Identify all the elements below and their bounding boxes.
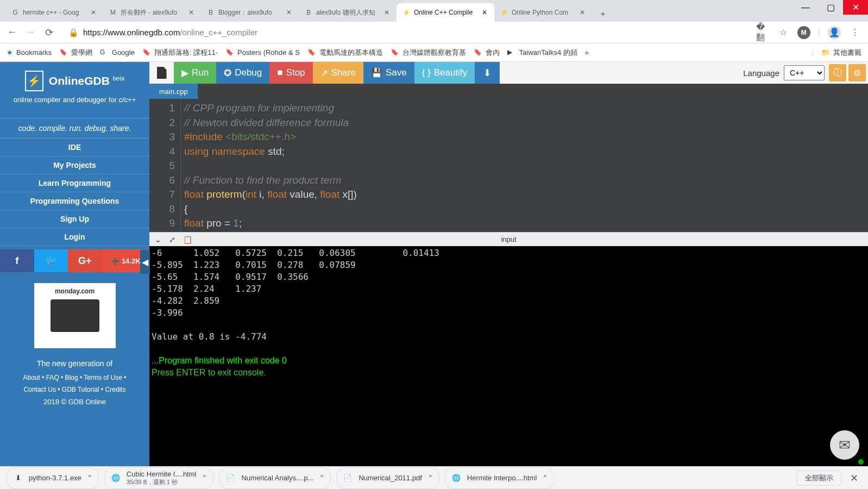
browser-tab[interactable]: BBlogger：alex9ufo✕ bbox=[201, 3, 299, 22]
footer-link[interactable]: GDB Tutorial bbox=[62, 386, 99, 393]
sidebar-item-my-projects[interactable]: My Projects bbox=[0, 156, 149, 174]
browser-tab[interactable]: ⚡Online Python Com✕ bbox=[494, 3, 592, 22]
beautify-button[interactable]: { } Beautify bbox=[414, 62, 475, 84]
tab-close-icon[interactable]: ✕ bbox=[480, 8, 489, 17]
language-select[interactable]: C++ bbox=[784, 65, 825, 80]
lock-icon: 🔒 bbox=[68, 28, 79, 37]
share-button[interactable]: ↗ Share bbox=[313, 62, 363, 84]
download-file-icon: 📄 bbox=[342, 473, 353, 484]
tab-close-icon[interactable]: ✕ bbox=[285, 8, 293, 17]
new-file-button[interactable] bbox=[149, 62, 174, 84]
new-tab-button[interactable]: + bbox=[595, 7, 611, 22]
bookmark-star-icon[interactable]: ☆ bbox=[777, 26, 790, 39]
profile-avatar[interactable]: 👤 bbox=[828, 26, 841, 39]
logo[interactable]: ⚡ OnlineGDB beta bbox=[25, 71, 124, 91]
bookmark-item[interactable]: 🔖翔通部落格: 課程11- bbox=[142, 48, 218, 58]
save-button[interactable]: 💾 Save bbox=[363, 62, 414, 84]
maximize-button[interactable]: ▢ bbox=[818, 0, 843, 15]
tab-close-icon[interactable]: ✕ bbox=[382, 8, 391, 17]
bookmarks-label[interactable]: ★Bookmarks bbox=[7, 48, 52, 57]
tab-title: hermite c++ - Goog bbox=[23, 9, 86, 16]
bookmark-icon: ▶ bbox=[507, 48, 516, 57]
collapse-sidebar-button[interactable]: ◀ bbox=[140, 250, 150, 274]
download-item[interactable]: 📄Numerical_2011.pdf⌃ bbox=[336, 467, 439, 489]
bookmark-item[interactable]: 🔖會內 bbox=[474, 48, 500, 58]
footer-link[interactable]: Contact Us bbox=[24, 386, 56, 393]
download-chevron-icon[interactable]: ⌃ bbox=[87, 474, 93, 482]
footer-link[interactable]: FAQ bbox=[46, 374, 59, 381]
expand-console-icon[interactable]: ⤢ bbox=[169, 235, 175, 244]
download-chevron-icon[interactable]: ⌃ bbox=[427, 474, 433, 482]
twitter-button[interactable]: 🐦 bbox=[34, 249, 68, 272]
sidebar-item-login[interactable]: Login bbox=[0, 228, 149, 246]
browser-tab[interactable]: ⚡Online C++ Compile✕ bbox=[397, 3, 494, 22]
copy-console-icon[interactable]: 📋 bbox=[183, 235, 192, 244]
bookmark-item[interactable]: GGoogle bbox=[100, 48, 135, 58]
close-window-button[interactable]: ✕ bbox=[843, 0, 868, 15]
sidebar-item-programming-questions[interactable]: Programming Questions bbox=[0, 192, 149, 210]
tab-favicon-icon: ⚡ bbox=[402, 8, 411, 17]
settings-button[interactable]: ⚙ bbox=[848, 64, 866, 82]
bookmark-item[interactable]: 🔖電動馬達的基本構造 bbox=[307, 48, 383, 58]
download-file-icon: 🌐 bbox=[110, 473, 121, 484]
download-chevron-icon[interactable]: ⌃ bbox=[202, 474, 207, 482]
tab-close-icon[interactable]: ✕ bbox=[578, 8, 587, 17]
download-file-icon: 🌐 bbox=[451, 473, 462, 484]
social-row: f 🐦 G+ ➕ 14.2K bbox=[0, 249, 149, 272]
url-input[interactable]: 🔒 https://www.onlinegdb.com/online_c++_c… bbox=[62, 24, 749, 41]
download-item[interactable]: 🌐Hermite Interpo....html⌃ bbox=[445, 467, 555, 489]
footer-link[interactable]: Credits bbox=[105, 386, 125, 393]
sidebar-item-learn-programming[interactable]: Learn Programming bbox=[0, 174, 149, 192]
back-button[interactable]: ← bbox=[7, 27, 17, 38]
bookmarks-overflow[interactable]: » bbox=[585, 48, 589, 57]
info-button[interactable]: ⓘ bbox=[829, 64, 846, 82]
tab-favicon-icon: B bbox=[206, 8, 215, 17]
download-item[interactable]: 📄Numerical Analys....p...⌃ bbox=[219, 467, 331, 489]
download-chevron-icon[interactable]: ⌃ bbox=[542, 474, 548, 482]
bookmarks-bar: ★Bookmarks 🔖愛學網GGoogle🔖翔通部落格: 課程11-🔖Post… bbox=[0, 43, 868, 62]
reload-button[interactable]: ⟳ bbox=[43, 27, 54, 39]
ad-banner[interactable]: monday.com bbox=[34, 283, 116, 348]
browser-tab[interactable]: Ghermite c++ - Goog✕ bbox=[5, 3, 103, 22]
collapse-console-icon[interactable]: ⌄ bbox=[155, 235, 161, 244]
download-item[interactable]: 🌐Cubic Hermite I....html35/39 B，還剩 1 秒⌃ bbox=[104, 467, 214, 489]
chat-button[interactable]: ✉ bbox=[830, 430, 859, 460]
footer-link[interactable]: Terms of Use bbox=[84, 374, 122, 381]
tagline: code. compile. run. debug. share. bbox=[0, 118, 149, 139]
stop-button[interactable]: ■ Stop bbox=[269, 62, 312, 84]
other-bookmarks[interactable]: 📁其他書籤 bbox=[821, 48, 861, 58]
extension-icon[interactable]: M bbox=[797, 26, 810, 39]
forward-button[interactable]: → bbox=[25, 27, 36, 38]
footer-link[interactable]: About bbox=[23, 374, 40, 381]
footer-link[interactable]: Blog bbox=[65, 374, 78, 381]
download-item[interactable]: ⬇python-3.7.1.exe⌃ bbox=[7, 467, 99, 489]
bookmark-icon: 🔖 bbox=[142, 48, 151, 57]
show-all-downloads-button[interactable]: 全部顯示 bbox=[797, 471, 841, 486]
menu-icon[interactable]: ⋮ bbox=[848, 26, 861, 39]
google-plus-button[interactable]: G+ bbox=[68, 249, 102, 272]
subtitle: online compiler and debugger for c/c++ bbox=[4, 96, 145, 104]
browser-tab[interactable]: Balex9ufo 聰明人求知✕ bbox=[299, 3, 397, 22]
tab-close-icon[interactable]: ✕ bbox=[89, 8, 98, 17]
sidebar-item-sign-up[interactable]: Sign Up bbox=[0, 210, 149, 228]
browser-tab[interactable]: M所有郵件 - alex9ufo✕ bbox=[103, 3, 201, 22]
bookmark-item[interactable]: 🔖愛學網 bbox=[59, 48, 92, 58]
minimize-button[interactable]: — bbox=[793, 0, 818, 15]
bookmark-item[interactable]: 🔖台灣媒體觀察教育基 bbox=[391, 48, 466, 58]
run-button[interactable]: ▶ Run bbox=[174, 62, 216, 84]
code-editor[interactable]: 123456789 // CPP program for implementin… bbox=[149, 99, 868, 232]
tab-close-icon[interactable]: ✕ bbox=[187, 8, 196, 17]
console-output[interactable]: -6 1.052 0.5725 0.215 0.06305 0.01413 -5… bbox=[149, 246, 868, 466]
file-tab-main[interactable]: main.cpp bbox=[149, 84, 198, 99]
download-button[interactable]: ⬇ bbox=[475, 62, 500, 84]
footer-links: About • FAQ • Blog • Terms of Use • Cont… bbox=[0, 372, 149, 396]
bookmark-item[interactable]: ▶TaiwanTalks4 的頻 bbox=[507, 48, 577, 58]
sidebar-item-ide[interactable]: IDE bbox=[0, 139, 149, 156]
download-chevron-icon[interactable]: ⌃ bbox=[319, 474, 325, 482]
debug-button[interactable]: ✪ Debug bbox=[216, 62, 269, 84]
close-downloads-bar-button[interactable]: ✕ bbox=[847, 472, 861, 484]
status-dot-icon bbox=[858, 459, 864, 465]
translate-icon[interactable]: �翻 bbox=[756, 26, 769, 39]
bookmark-item[interactable]: 🔖Posters (Rohde & S bbox=[225, 48, 300, 58]
facebook-button[interactable]: f bbox=[0, 249, 34, 272]
